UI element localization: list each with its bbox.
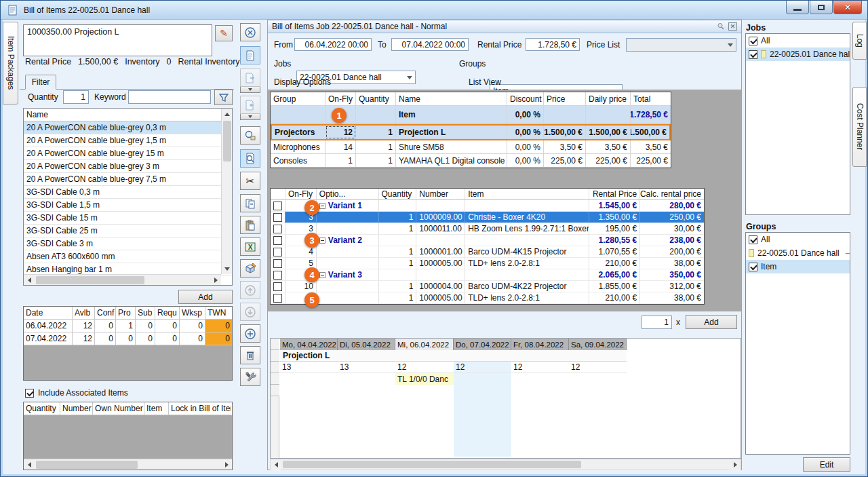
checkbox-icon[interactable]: [273, 271, 282, 280]
checkbox-icon[interactable]: [273, 236, 282, 245]
rental-price-input[interactable]: 1.728,50 €: [526, 38, 580, 51]
collapse-icon[interactable]: [319, 203, 326, 209]
list-item[interactable]: 3G-SDI Cable 0,3 m: [24, 186, 232, 199]
checkbox-icon[interactable]: [273, 248, 282, 256]
checkbox-icon[interactable]: [273, 294, 282, 303]
variant-item-row[interactable]: 4 1 1000001.00 Barco UDM-4K15 Projector …: [271, 246, 704, 258]
availability-row[interactable]: 07.04.2022 12 0 0 0 0 0 0: [24, 332, 232, 345]
availability-col-header[interactable]: TWN: [205, 307, 232, 320]
title-bar[interactable]: Bill of Items 22-0025.01 Dance hall ✕: [1, 1, 867, 20]
search-document-button[interactable]: [240, 149, 260, 168]
item-list-vscrollbar[interactable]: [221, 109, 232, 274]
variant-group-row[interactable]: 3 Variant 1 1.545,00 € 280,00 €: [271, 200, 704, 212]
tab-filter[interactable]: Filter: [25, 75, 56, 90]
associated-hscrollbar[interactable]: [24, 459, 232, 470]
checkbox-icon[interactable]: [273, 282, 282, 291]
bill-summary-row[interactable]: Item 0,00 % 1.728,50 €: [271, 106, 671, 124]
copy-button[interactable]: [240, 194, 260, 212]
calendar-booking-tag[interactable]: TL 1/0/0 Danc: [395, 373, 454, 385]
scroll-right-icon[interactable]: [221, 459, 232, 470]
variants-col-header[interactable]: Quantity: [379, 189, 417, 200]
bill-col-header[interactable]: Quantity: [356, 92, 396, 106]
checkbox-icon[interactable]: [273, 202, 282, 210]
availability-col-header[interactable]: Date: [24, 307, 73, 320]
bill-row[interactable]: Microphones 14 1 Shure SM58 0,00 % 3,50 …: [271, 140, 671, 154]
groups-item-job[interactable]: 22-0025.01 Dance hall —: [746, 246, 850, 260]
move-down-button[interactable]: [240, 303, 260, 321]
list-item[interactable]: 3G-SDI Cable 25 m: [24, 225, 232, 237]
checkbox-icon[interactable]: [749, 50, 757, 59]
groups-item-all[interactable]: All: [746, 233, 850, 246]
scroll-left-icon[interactable]: [271, 459, 281, 470]
bill-col-header[interactable]: Price: [544, 92, 586, 106]
checkbox-icon[interactable]: [273, 213, 282, 222]
from-input[interactable]: 06.04.2022 00:00: [294, 38, 372, 51]
calendar-day-header[interactable]: Di, 05.04.2022: [338, 339, 395, 350]
variants-col-header[interactable]: Calc. rental price: [640, 189, 704, 200]
calendar-day-header[interactable]: Do, 07.04.2022: [454, 339, 511, 350]
availability-col-header[interactable]: Requ: [155, 307, 180, 320]
calendar-day-header[interactable]: Mo, 04.04.2022: [280, 339, 338, 350]
variant-item-row[interactable]: 10 1 1000004.00 Barco UDM-4K22 Projector…: [271, 281, 704, 292]
list-item[interactable]: 3G-SDI Cable 15 m: [24, 212, 232, 225]
availability-col-header[interactable]: Avlb: [73, 307, 95, 320]
add-quantity-input[interactable]: 1: [642, 316, 672, 329]
checkbox-icon[interactable]: [749, 263, 757, 271]
tab-cost-planner[interactable]: Cost Planner: [852, 87, 867, 167]
calendar-group-row[interactable]: Projection L: [280, 350, 627, 362]
export-document-button[interactable]: [240, 69, 260, 87]
checkbox-icon[interactable]: [749, 235, 757, 244]
bill-col-header[interactable]: Discount: [507, 92, 544, 106]
associated-col-header[interactable]: Item: [144, 402, 169, 415]
variant-group-row[interactable]: 5 Variant 3 2.065,00 € 350,00 €: [271, 269, 704, 281]
include-associated-checkbox[interactable]: Include Associated Items: [25, 388, 128, 398]
current-item-box[interactable]: 1000350.00 Projection L: [23, 24, 212, 56]
bill-col-header[interactable]: Daily price: [586, 92, 631, 106]
variants-col-header[interactable]: Rental Price: [589, 189, 641, 200]
item-list[interactable]: Name 20 A PowerCON cable blue-grey 0,3 m…: [23, 108, 233, 286]
item-list-header[interactable]: Name: [24, 109, 232, 121]
keyword-input[interactable]: [128, 90, 211, 104]
list-item[interactable]: 20 A PowerCON cable blue-grey 1,5 m: [24, 134, 232, 147]
bill-col-header[interactable]: Name: [396, 92, 507, 106]
availability-col-header[interactable]: Sub: [136, 307, 155, 320]
excel-export-button[interactable]: X: [240, 237, 260, 256]
close-button[interactable]: ✕: [833, 1, 862, 14]
scroll-up-icon[interactable]: [222, 109, 233, 119]
availability-col-header[interactable]: Conf: [95, 307, 116, 320]
hscroll-thumb[interactable]: [283, 461, 581, 468]
scroll-right-icon[interactable]: [210, 275, 221, 286]
list-item[interactable]: 3G-SDI Cable 1,5 m: [24, 199, 232, 212]
item-list-hscrollbar[interactable]: [24, 274, 221, 285]
bill-col-header[interactable]: Total: [631, 92, 671, 106]
export-dropdown-button[interactable]: [240, 87, 260, 93]
availability-col-header[interactable]: Pro: [116, 307, 136, 320]
tools-button[interactable]: [240, 368, 260, 386]
cut-button[interactable]: ✂: [240, 172, 260, 190]
associated-col-header[interactable]: Quantity: [24, 402, 60, 415]
jobs-item-all[interactable]: All: [746, 34, 850, 47]
edit-item-button[interactable]: ✎: [215, 25, 233, 41]
to-input[interactable]: 07.04.2022 00:00: [391, 38, 469, 51]
variant-item-row[interactable]: 3 1 1000011.00 HB Zoom Lens 1.99-2.71:1 …: [271, 223, 704, 235]
collapse-icon[interactable]: [319, 272, 326, 278]
delete-button[interactable]: [240, 346, 260, 364]
vscroll-thumb[interactable]: [223, 121, 231, 161]
job-panel-titlebar[interactable]: Bill of Items Job 22-0025.01 Dance hall …: [267, 20, 742, 33]
collapse-icon[interactable]: [319, 237, 326, 244]
filter-button[interactable]: [214, 90, 233, 105]
variant-item-row[interactable]: 5 1 1000005.00 TLD+ lens 2.0-2.8:1 210,0…: [271, 258, 704, 269]
bill-row-selected[interactable]: Projectors 12 1 Projection L 0,00 % 1.50…: [271, 124, 671, 140]
availability-row[interactable]: 06.04.2022 12 0 1 0 0 0 0: [24, 320, 232, 332]
price-list-dropdown[interactable]: [626, 38, 736, 52]
checkbox-icon[interactable]: [273, 225, 282, 233]
list-item[interactable]: 20 A PowerCON cable blue-grey 3 m: [24, 160, 232, 173]
list-item[interactable]: 20 A PowerCON cable blue-grey 7,5 m: [24, 173, 232, 186]
list-item[interactable]: 20 A PowerCON cable blue-grey 0,3 m: [24, 121, 232, 134]
variant-item-row-selected[interactable]: 3 1 1000009.00 Christie - Boxer 4K20 1.3…: [271, 212, 704, 223]
edit-button[interactable]: Edit: [803, 457, 850, 472]
scroll-down-icon[interactable]: [222, 263, 233, 274]
import-dropdown-button[interactable]: [240, 114, 260, 120]
pin-icon[interactable]: [717, 22, 725, 31]
maximize-button[interactable]: [810, 1, 833, 14]
